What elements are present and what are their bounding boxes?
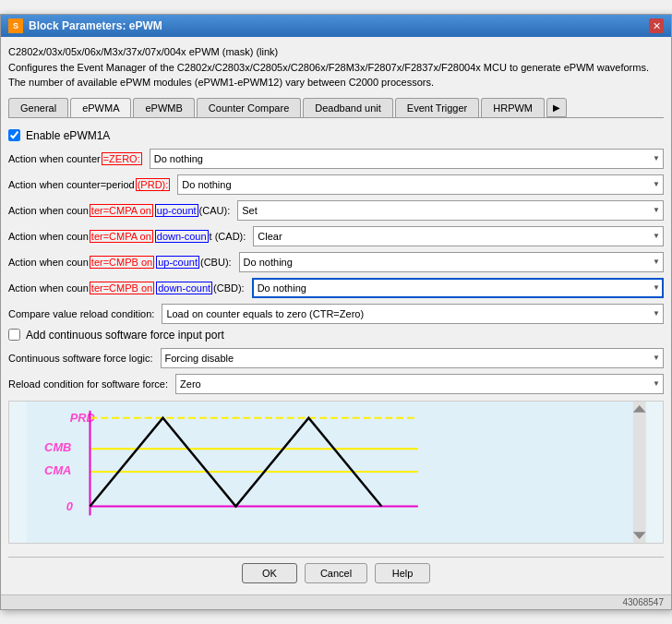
main-window: S Block Parameters: ePWM ✕ C2802x/03x/05… — [0, 14, 672, 610]
label-prd: Action when counter=period(PRD): — [8, 178, 170, 191]
enable-row: Enable ePWM1A — [8, 129, 664, 142]
form-row-zero: Action when counter=ZERO: Do nothing Cle… — [8, 148, 664, 170]
tab-epwmb[interactable]: ePWMB — [133, 98, 194, 117]
tab-counter-compare[interactable]: Counter Compare — [197, 98, 301, 117]
form-row-compare-reload: Compare value reload condition: Load on … — [8, 303, 664, 325]
select-cbu[interactable]: Do nothing Clear Set Toggle — [239, 252, 664, 272]
content-area: C2802x/03x/05x/06x/M3x/37x/07x/004x ePWM… — [1, 37, 671, 594]
select-force-logic[interactable]: Forcing disable Low High — [161, 348, 664, 368]
desc-line1: C2802x/03x/05x/06x/M3x/37x/07x/004x ePWM… — [8, 44, 664, 60]
ok-button[interactable]: OK — [242, 563, 297, 583]
label-cbd-text1: Action when coun — [8, 282, 89, 294]
button-row: OK Cancel Help — [8, 557, 664, 587]
svg-text:CMA: CMA — [44, 463, 71, 477]
label-prd-text1: Action when counter=period — [8, 179, 135, 190]
software-force-checkbox[interactable] — [8, 329, 20, 341]
svg-rect-10 — [633, 402, 646, 543]
window-title: Block Parameters: ePWM — [29, 19, 162, 32]
select-cad-wrapper: Do nothing Clear Set Toggle — [253, 226, 664, 246]
select-reload-condition[interactable]: Zero Period Either Immediate — [175, 374, 664, 394]
label-force-logic: Continuous software force logic: — [8, 353, 153, 364]
label-cau-red: ter=CMPA on — [90, 204, 153, 217]
form-row-cad: Action when counter=CMPA on down-count (… — [8, 225, 664, 247]
select-prd[interactable]: Do nothing Clear Set Toggle — [177, 174, 664, 195]
tab-scroll-right[interactable]: ▶ — [546, 98, 567, 117]
form-row-reload-condition: Reload condition for software force: Zer… — [8, 373, 664, 395]
label-cbu-blue: up-count — [156, 256, 199, 269]
window-icon: S — [8, 18, 23, 33]
select-reload-condition-wrapper: Zero Period Either Immediate — [175, 374, 664, 394]
label-cau-blue: up-count — [155, 204, 198, 217]
form-area: Enable ePWM1A Action when counter=ZERO: … — [8, 126, 664, 553]
label-zero: Action when counter=ZERO: — [8, 152, 142, 165]
label-compare-reload: Compare value reload condition: — [8, 308, 154, 319]
select-zero-wrapper: Do nothing Clear Set Toggle — [150, 149, 664, 169]
label-cad-text2: t (CAD): — [210, 231, 246, 242]
label-cbu-red: ter=CMPB on — [90, 256, 154, 269]
label-prd-highlight: (PRD): — [136, 178, 171, 191]
select-cad[interactable]: Do nothing Clear Set Toggle — [253, 226, 664, 246]
title-bar: S Block Parameters: ePWM ✕ — [1, 15, 671, 37]
tab-hrpwm[interactable]: HRPWM — [481, 98, 545, 117]
label-cad-blue: down-coun — [155, 230, 209, 243]
label-cbd-blue: down-count — [156, 282, 212, 294]
label-cbd: Action when counter=CMPB on down-count (… — [8, 282, 245, 294]
select-cau[interactable]: Do nothing Clear Set Toggle — [237, 200, 664, 221]
title-bar-left: S Block Parameters: ePWM — [8, 18, 162, 33]
svg-text:CMB: CMB — [44, 440, 71, 454]
label-cau-text2: (CAU): — [199, 205, 231, 216]
label-zero-text1: Action when counter — [8, 153, 101, 164]
software-force-label: Add continuous software force input port — [26, 329, 224, 342]
label-cau: Action when counter=CMPA on up-count (CA… — [8, 204, 230, 217]
status-bar: 43068547 — [1, 594, 671, 609]
select-force-logic-wrapper: Forcing disable Low High — [161, 348, 664, 368]
form-row-cbu: Action when counter=CMPB on up-count (CB… — [8, 251, 664, 273]
select-prd-wrapper: Do nothing Clear Set Toggle — [177, 174, 664, 195]
label-reload-condition: Reload condition for software force: — [8, 378, 168, 390]
label-cad-text1: Action when coun — [8, 231, 89, 242]
enable-checkbox[interactable] — [8, 129, 20, 141]
software-force-row: Add continuous software force input port — [8, 329, 664, 342]
tabs-container: General ePWMA ePWMB Counter Compare Dead… — [8, 98, 664, 118]
select-cbu-wrapper: Do nothing Clear Set Toggle — [239, 252, 664, 272]
tab-deadband[interactable]: Deadband unit — [303, 98, 393, 117]
form-row-prd: Action when counter=period(PRD): Do noth… — [8, 174, 664, 196]
label-cbd-text2: (CBD): — [213, 282, 245, 294]
cancel-button[interactable]: Cancel — [305, 563, 367, 583]
tab-epwma[interactable]: ePWMA — [70, 98, 131, 118]
select-compare-reload-wrapper: Load on counter equals to zero (CTR=Zero… — [162, 304, 664, 324]
chart-area: PRD CMB CMA 0 — [8, 401, 664, 544]
tab-general[interactable]: General — [8, 98, 68, 117]
desc-line2: Configures the Event Manager of the C280… — [8, 60, 664, 76]
waveform-chart: PRD CMB CMA 0 — [9, 402, 663, 543]
select-compare-reload[interactable]: Load on counter equals to zero (CTR=Zero… — [162, 304, 664, 324]
label-cau-text1: Action when coun — [8, 205, 89, 216]
label-cbu-text2: (CBU): — [200, 257, 232, 268]
form-row-force-logic: Continuous software force logic: Forcing… — [8, 347, 664, 369]
tab-event-trigger[interactable]: Event Trigger — [395, 98, 479, 117]
description-block: C2802x/03x/05x/06x/M3x/37x/07x/004x ePWM… — [8, 44, 664, 90]
close-button[interactable]: ✕ — [649, 18, 664, 33]
select-cbd-wrapper: Do nothing Clear Set Toggle — [252, 278, 664, 298]
label-cad: Action when counter=CMPA on down-count (… — [8, 230, 246, 243]
help-button[interactable]: Help — [375, 563, 430, 583]
label-zero-highlight: =ZERO: — [102, 152, 142, 165]
label-cad-red: ter=CMPA on — [90, 230, 153, 243]
enable-label: Enable ePWM1A — [26, 129, 110, 142]
form-row-cau: Action when counter=CMPA on up-count (CA… — [8, 199, 664, 222]
label-cbu-text1: Action when coun — [8, 257, 89, 268]
select-cbd[interactable]: Do nothing Clear Set Toggle — [252, 278, 664, 298]
select-zero[interactable]: Do nothing Clear Set Toggle — [150, 149, 664, 169]
status-text: 43068547 — [623, 597, 665, 607]
desc-line3: The number of available ePWM modules (eP… — [8, 75, 664, 90]
label-cbd-red: ter=CMPB on — [90, 282, 154, 294]
form-row-cbd: Action when counter=CMPB on down-count (… — [8, 277, 664, 299]
select-cau-wrapper: Do nothing Clear Set Toggle — [237, 200, 664, 221]
label-cbu: Action when counter=CMPB on up-count (CB… — [8, 256, 232, 269]
svg-text:0: 0 — [66, 499, 74, 513]
